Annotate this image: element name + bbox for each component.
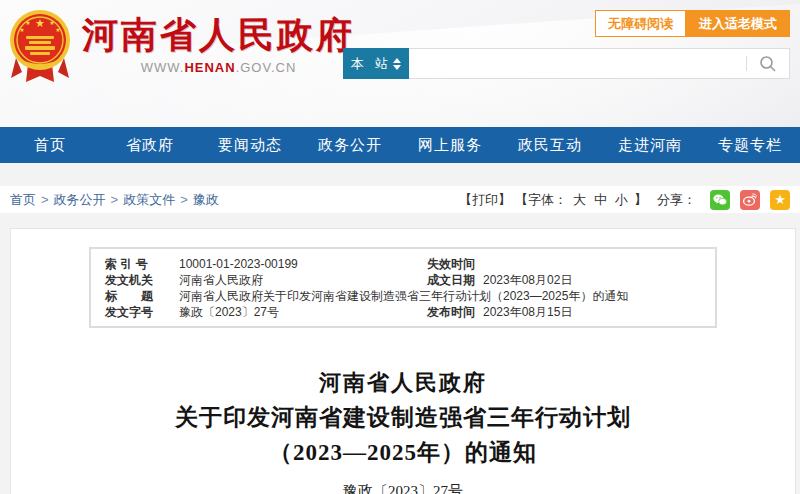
breadcrumb-strip: 首页 > 政务公开 > 政策文件 > 豫政 【打印】 【字体： 大 中 小 】 …: [0, 186, 800, 213]
font-size-large-button[interactable]: 大: [573, 191, 586, 209]
breadcrumb-gov-affairs[interactable]: 政务公开: [54, 191, 106, 209]
meta-label-index-number: 索 引 号: [105, 256, 179, 272]
meta-value-doc-number: 豫政〔2023〕27号: [179, 304, 427, 320]
search-icon: [759, 55, 777, 73]
site-name: 河南省人民政府: [82, 16, 355, 54]
nav-item-interaction[interactable]: 政民互动: [500, 127, 600, 163]
site-url-govcn: .GOV.CN: [236, 60, 297, 75]
search-input[interactable]: [409, 49, 746, 78]
document-title-line3: （2023—2025年）的通知: [11, 435, 795, 470]
nav-item-provincial-gov[interactable]: 省政府: [100, 127, 200, 163]
svg-text:★: ★: [49, 20, 54, 26]
breadcrumb: 首页 > 政务公开 > 政策文件 > 豫政: [10, 191, 219, 209]
document-meta-table: 索 引 号 10001-01-2023-00199 失效时间 发文机关 河南省人…: [89, 247, 717, 328]
site-title-block: 河南省人民政府 WWW.HENAN.GOV.CN: [82, 16, 355, 75]
nav-item-gov-affairs[interactable]: 政务公开: [300, 127, 400, 163]
breadcrumb-yuzheng[interactable]: 豫政: [193, 191, 219, 209]
svg-text:★: ★: [25, 20, 30, 26]
meta-label-title: 标 题: [105, 288, 179, 304]
meta-label-expiry-date: 失效时间: [427, 256, 483, 272]
meta-row-doc-number: 发文字号 豫政〔2023〕27号 发布时间 2023年08月15日: [91, 304, 715, 320]
share-label: 分享：: [657, 191, 696, 209]
search-bar: 本 站: [343, 48, 790, 79]
search-button[interactable]: [747, 49, 789, 78]
site-url-www: WWW.: [141, 60, 185, 75]
meta-value-issuing-agency: 河南省人民政府: [179, 272, 427, 288]
meta-label-publish-date: 发布时间: [427, 304, 483, 320]
share-favorite-star-button[interactable]: ★: [770, 190, 790, 210]
meta-value-index-number: 10001-01-2023-00199: [179, 256, 427, 272]
accessibility-reading-button[interactable]: 无障碍阅读: [595, 10, 686, 37]
print-button[interactable]: 【打印】: [459, 191, 511, 209]
search-scope-label: 本 站: [351, 55, 393, 73]
svg-text:★: ★: [55, 27, 60, 33]
nav-item-special-topics[interactable]: 专题专栏: [700, 127, 800, 163]
document-number: 豫政〔2023〕27号: [11, 482, 795, 494]
share-wechat-button[interactable]: [710, 190, 730, 210]
page: ★ ★ ★ ★ ★ 河南省人民政府 WWW.HENAN.GOV.CN 无障碍阅读…: [0, 0, 800, 494]
share-weibo-button[interactable]: [740, 190, 760, 210]
meta-value-written-date: 2023年08月02日: [483, 272, 715, 288]
font-size-label: 【字体：: [515, 191, 567, 209]
meta-label-issuing-agency: 发文机关: [105, 272, 179, 288]
breadcrumb-separator: >: [111, 192, 119, 207]
main-navigation: 首页 省政府 要闻动态 政务公开 网上服务 政民互动 走进河南 专题专栏: [0, 127, 800, 163]
meta-value-publish-date: 2023年08月15日: [483, 304, 715, 320]
meta-value-title: 河南省人民政府关于印发河南省建设制造强省三年行动计划（2023—2025年）的通…: [179, 288, 715, 304]
wechat-icon: [713, 194, 727, 206]
top-buttons: 无障碍阅读 进入适老模式: [595, 10, 790, 37]
meta-label-doc-number: 发文字号: [105, 304, 179, 320]
nav-item-about-henan[interactable]: 走进河南: [600, 127, 700, 163]
sort-arrows-icon: [393, 58, 401, 70]
page-tools: 【打印】 【字体： 大 中 小 】 分享：: [459, 190, 790, 210]
elder-mode-button[interactable]: 进入适老模式: [686, 10, 790, 37]
meta-row-issuing-agency: 发文机关 河南省人民政府 成文日期 2023年08月02日: [91, 272, 715, 288]
meta-label-written-date: 成文日期: [427, 272, 483, 288]
breadcrumb-home[interactable]: 首页: [10, 191, 36, 209]
breadcrumb-separator: >: [41, 192, 49, 207]
site-url: WWW.HENAN.GOV.CN: [82, 60, 355, 75]
breadcrumb-separator: >: [180, 192, 188, 207]
font-size-label-end: 】: [634, 191, 647, 209]
favorite-star-icon: ★: [774, 190, 786, 210]
nav-item-online-services[interactable]: 网上服务: [400, 127, 500, 163]
weibo-icon: [743, 193, 757, 206]
nav-item-news[interactable]: 要闻动态: [200, 127, 300, 163]
font-size-small-button[interactable]: 小: [615, 191, 628, 209]
font-size-medium-button[interactable]: 中: [594, 191, 607, 209]
document-title: 河南省人民政府 关于印发河南省建设制造强省三年行动计划 （2023—2025年）…: [11, 366, 795, 470]
breadcrumb-policy-documents[interactable]: 政策文件: [123, 191, 175, 209]
meta-row-index: 索 引 号 10001-01-2023-00199 失效时间: [91, 256, 715, 272]
national-emblem-logo: ★ ★ ★ ★ ★: [8, 6, 72, 90]
svg-text:★: ★: [19, 27, 24, 33]
site-header: ★ ★ ★ ★ ★ 河南省人民政府 WWW.HENAN.GOV.CN 无障碍阅读…: [0, 0, 800, 127]
meta-row-title: 标 题 河南省人民政府关于印发河南省建设制造强省三年行动计划（2023—2025…: [91, 288, 715, 304]
meta-value-expiry-date: [483, 256, 715, 272]
nav-item-home[interactable]: 首页: [0, 127, 100, 163]
document-content: 索 引 号 10001-01-2023-00199 失效时间 发文机关 河南省人…: [10, 228, 796, 494]
svg-text:★: ★: [35, 17, 45, 29]
search-scope-dropdown[interactable]: 本 站: [343, 48, 409, 79]
document-title-line1: 河南省人民政府: [11, 366, 795, 400]
document-title-line2: 关于印发河南省建设制造强省三年行动计划: [11, 400, 795, 435]
site-url-henan: HENAN: [184, 60, 235, 75]
